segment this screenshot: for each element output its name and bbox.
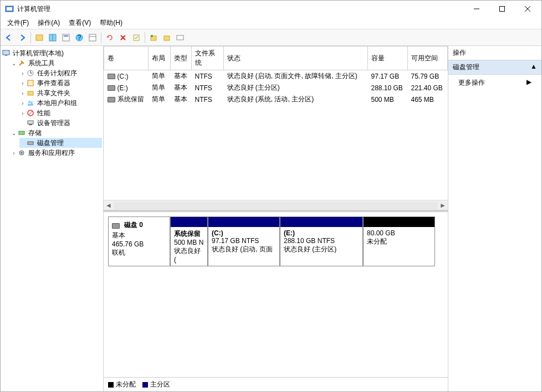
tree-services[interactable]: › 服务和应用程序 [11, 148, 102, 158]
col-type[interactable]: 类型 [171, 47, 192, 70]
toolbar-icon-8[interactable] [174, 32, 186, 44]
submenu-arrow-icon: ▶ [526, 78, 531, 87]
volume-icon [108, 97, 115, 102]
expand-icon[interactable]: › [19, 90, 26, 96]
partition-block[interactable]: 系统保留500 MB N状态良好 ( [170, 216, 208, 266]
close-button[interactable] [515, 1, 540, 17]
collapse-icon[interactable]: ⌄ [11, 130, 17, 136]
horizontal-scrollbar[interactable]: ◄ ► [104, 200, 448, 210]
svg-rect-34 [28, 121, 33, 124]
tree-label: 服务和应用程序 [28, 148, 75, 158]
help-icon[interactable]: ? [73, 32, 85, 44]
tree-storage[interactable]: ⌄ 存储 [11, 128, 102, 138]
toolbar: ? [1, 29, 541, 46]
expand-icon[interactable]: › [19, 110, 26, 116]
menu-action[interactable]: 操作(A) [33, 17, 64, 29]
tree-performance[interactable]: ›性能 [19, 108, 102, 118]
toolbar-icon-6[interactable] [147, 32, 160, 44]
toolbar-icon-5[interactable] [130, 32, 142, 44]
legend-swatch-primary [142, 382, 148, 388]
svg-rect-21 [177, 35, 183, 40]
expand-icon[interactable]: › [19, 100, 26, 106]
computer-icon [2, 49, 11, 58]
tree-device-manager[interactable]: 设备管理器 [19, 118, 102, 128]
partition-block[interactable]: 80.00 GB未分配 [363, 216, 435, 266]
actions-section-label: 磁盘管理 [453, 63, 479, 72]
disk-icon [26, 138, 35, 147]
refresh-icon[interactable] [104, 32, 116, 44]
tree-label: 事件查看器 [37, 79, 70, 88]
menu-file[interactable]: 文件(F) [3, 17, 33, 29]
collapse-icon[interactable]: ⌄ [11, 60, 17, 66]
storage-icon [17, 128, 26, 137]
tree-shared-folders[interactable]: ›共享文件夹 [19, 88, 102, 98]
table-row[interactable]: (E:)简单基本NTFS状态良好 (主分区)288.10 GB221.40 GB [104, 82, 448, 94]
svg-rect-10 [64, 35, 68, 37]
col-capacity[interactable]: 容量 [368, 47, 408, 70]
svg-rect-13 [89, 34, 96, 41]
event-icon [26, 79, 35, 87]
svg-rect-27 [28, 80, 33, 86]
minimize-button[interactable] [464, 1, 489, 17]
scroll-left-icon[interactable]: ◄ [104, 202, 114, 209]
disk-graphical-view: 磁盘 0 基本 465.76 GB 联机 系统保留500 MB N状态良好 ((… [104, 212, 448, 271]
col-fs[interactable]: 文件系统 [192, 47, 224, 70]
forward-button[interactable] [16, 32, 28, 44]
tree-disk-management[interactable]: 磁盘管理 [19, 138, 102, 148]
toolbar-icon-1[interactable] [33, 32, 45, 44]
svg-rect-36 [19, 131, 24, 135]
performance-icon [26, 109, 35, 117]
table-row[interactable]: (C:)简单基本NTFS状态良好 (启动, 页面文件, 故障转储, 主分区)97… [104, 70, 448, 82]
volume-icon [108, 74, 115, 79]
actions-section[interactable]: 磁盘管理 ▲ [448, 60, 541, 75]
svg-text:?: ? [78, 34, 81, 42]
scroll-right-icon[interactable]: ► [438, 202, 448, 209]
svg-rect-23 [5, 55, 7, 56]
toolbar-icon-3[interactable] [60, 32, 72, 44]
tree-local-users[interactable]: ›本地用户和组 [19, 98, 102, 108]
clock-icon [26, 69, 35, 78]
menu-view[interactable]: 查看(V) [64, 17, 95, 29]
users-icon [26, 99, 35, 107]
window-title: 计算机管理 [17, 4, 464, 14]
maximize-button[interactable] [489, 1, 515, 17]
expand-icon[interactable]: › [11, 150, 17, 156]
content-pane: 卷 布局 类型 文件系统 状态 容量 可用空间 (C:)简单基本NTFS状态良好… [104, 46, 448, 391]
actions-more-label: 更多操作 [458, 78, 485, 87]
partition-block[interactable]: (C:)97.17 GB NTFS状态良好 (启动, 页面 [208, 216, 280, 266]
disk-drive-icon [112, 223, 120, 229]
disk-info-panel[interactable]: 磁盘 0 基本 465.76 GB 联机 [108, 216, 170, 266]
toolbar-icon-2[interactable] [47, 32, 59, 44]
tree-label: 本地用户和组 [37, 99, 77, 108]
volume-table[interactable]: 卷 布局 类型 文件系统 状态 容量 可用空间 (C:)简单基本NTFS状态良好… [104, 46, 448, 105]
col-volume[interactable]: 卷 [104, 47, 149, 70]
tree-label: 共享文件夹 [37, 89, 70, 98]
expand-icon[interactable]: › [19, 70, 26, 76]
collapse-icon: ▲ [530, 63, 537, 72]
toolbar-icon-4[interactable] [86, 32, 99, 44]
col-free[interactable]: 可用空间 [408, 47, 448, 70]
svg-rect-35 [29, 124, 32, 125]
legend-swatch-unalloc [108, 382, 114, 388]
col-status[interactable]: 状态 [224, 47, 368, 70]
svg-point-29 [28, 101, 30, 103]
svg-point-30 [30, 101, 33, 104]
toolbar-icon-7[interactable] [161, 32, 173, 44]
svg-rect-37 [28, 142, 33, 145]
folder-share-icon [26, 89, 35, 97]
expand-icon[interactable]: › [19, 80, 26, 86]
table-row[interactable]: 系统保留简单基本NTFS状态良好 (系统, 活动, 主分区)500 MB465 … [104, 94, 448, 105]
disk-size: 465.76 GB [112, 240, 166, 248]
tree-event-viewer[interactable]: ›事件查看器 [19, 78, 102, 88]
col-layout[interactable]: 布局 [149, 47, 171, 70]
svg-rect-6 [36, 35, 43, 40]
tree-system-tools[interactable]: ⌄ 系统工具 [11, 58, 102, 68]
menu-help[interactable]: 帮助(H) [95, 17, 127, 29]
actions-more[interactable]: 更多操作 ▶ [448, 75, 541, 91]
title-bar: 计算机管理 [1, 1, 541, 17]
tree-root[interactable]: 计算机管理(本地) [2, 48, 102, 58]
back-button[interactable] [3, 32, 15, 44]
partition-block[interactable]: (E:)288.10 GB NTFS状态良好 (主分区) [280, 216, 363, 266]
tree-task-scheduler[interactable]: ›任务计划程序 [19, 68, 102, 78]
delete-icon[interactable] [117, 32, 129, 44]
